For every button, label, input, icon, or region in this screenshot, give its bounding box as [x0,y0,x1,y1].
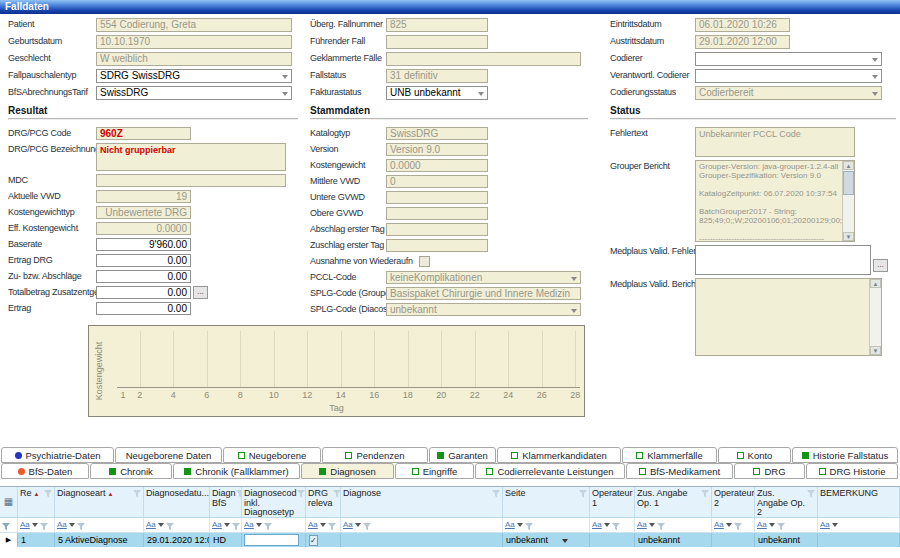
clear-filter-icon[interactable] [363,518,371,532]
fakturastatus-combo[interactable]: UNB unbekannt [386,86,488,100]
column-header-zus_angabe_op2[interactable]: Zus. Angabe Op. 2 [755,487,818,517]
filter-caret-icon[interactable] [158,523,164,527]
column-header-zus_angabe_op1[interactable]: Zus. Angabe Op. 1 [635,487,712,517]
scroll-up-icon[interactable]: ▲ [843,161,854,170]
scrollbar[interactable]: ▲▼ [842,161,854,241]
sort-ascending-icon[interactable]: ▲ [106,488,115,498]
column-header-diagnoseart[interactable]: Diagnoseart▲ [55,487,144,517]
cell-drg_relevant[interactable]: ✓ [306,533,341,547]
autofilter-aa-icon[interactable]: Aa [757,520,767,530]
filter-cell-bemerkung[interactable]: Aa [818,518,900,532]
filter-caret-icon[interactable] [726,523,732,527]
column-header-diagnosedatum[interactable]: Diagnosedatu... [144,487,210,517]
scroll-up-icon[interactable]: ▲ [870,279,881,288]
fallpauschalentyp-combo[interactable]: SDRG SwissDRG [96,69,292,83]
clear-filter-icon[interactable] [264,518,272,532]
cell-zus_angabe_op2[interactable]: unbekannt [755,533,818,547]
cell-dropdown-caret-icon[interactable] [562,539,568,543]
cell-diagnosedatum[interactable]: 29.01.2020 12:00 [144,533,210,547]
column-filter-icon[interactable] [701,488,709,500]
cell-seite[interactable]: unbekannt [503,533,590,547]
column-filter-icon[interactable] [492,488,500,500]
clear-filter-icon[interactable] [525,518,533,532]
clear-filter-icon[interactable] [777,518,785,532]
autofilter-aa-icon[interactable]: Aa [505,520,515,530]
filter-cell-drg_relevant[interactable]: Aa [306,518,341,532]
column-filter-icon[interactable] [333,488,341,500]
tab-neugeborene[interactable]: Neugeborene [223,447,321,463]
cell-diagnoseart[interactable]: 5 AktiveDiagnose [55,533,144,547]
cell-zus_angabe_op1[interactable]: unbekannt [635,533,712,547]
column-header-bemerkung[interactable]: BEMERKUNG [818,487,900,517]
tab-diagnosen[interactable]: Diagnosen [301,463,394,479]
column-filter-icon[interactable] [807,488,815,500]
add-filter-icon[interactable] [2,518,10,532]
clear-filter-icon[interactable] [734,518,742,532]
column-filter-icon[interactable] [579,488,587,500]
scrollbar[interactable]: ▲▼ [869,279,881,355]
filter-cell-operateur1[interactable]: Aa [590,518,635,532]
tab-chronik-fallklammer[interactable]: Chronik (Fallklammer) [173,463,300,479]
cell-diagnose[interactable] [341,533,503,547]
sort-ascending-icon[interactable]: ▲ [32,488,41,498]
filter-cell-diagnose[interactable]: Aa [341,518,503,532]
column-header-operateur1[interactable]: Operateur 1 [590,487,635,517]
filter-cell-diagnosedatum[interactable]: Aa [144,518,210,532]
filter-caret-icon[interactable] [256,523,262,527]
clear-filter-icon[interactable] [166,518,174,532]
cell-operateur2[interactable] [712,533,755,547]
filter-caret-icon[interactable] [517,523,523,527]
column-header-drg_relevant[interactable]: DRG releva [306,487,341,517]
scroll-down-icon[interactable]: ▼ [843,232,854,241]
filter-cell-zus_angabe_op1[interactable]: Aa [635,518,712,532]
autofilter-aa-icon[interactable]: Aa [212,520,222,530]
filter-cell-re[interactable]: Aa [18,518,55,532]
column-header-diagnose[interactable]: Diagnose [341,487,503,517]
autofilter-aa-icon[interactable]: Aa [57,520,67,530]
customize-columns-icon[interactable]: ▦ [2,488,15,516]
drg-relevant-checkbox[interactable]: ✓ [309,535,318,546]
tab-klammerkandidaten[interactable]: Klammerkandidaten [497,447,621,463]
cell-operateur1[interactable] [590,533,635,547]
filter-cell-operateur2[interactable]: Aa [712,518,755,532]
column-filter-icon[interactable] [44,488,52,500]
baserate-field[interactable]: 9'960.00 [96,238,191,251]
totalbetrag-zusatzentgelte-ellipsis-button[interactable]: ... [193,286,208,299]
autofilter-aa-icon[interactable]: Aa [820,520,830,530]
autofilter-aa-icon[interactable]: Aa [20,520,30,530]
ertrag-field[interactable]: 0.00 [96,302,191,315]
autofilter-aa-icon[interactable]: Aa [308,520,318,530]
ertrag-drg-field[interactable]: 0.00 [96,254,191,267]
filter-cell-diagnoseart[interactable]: Aa [55,518,144,532]
clear-filter-icon[interactable] [328,518,336,532]
clear-filter-icon[interactable] [40,518,48,532]
autofilter-aa-icon[interactable]: Aa [146,520,156,530]
tab-garanten[interactable]: Garanten [429,447,496,463]
tab-bfs-medikament[interactable]: BfS-Medikament [626,463,733,479]
tab-historie-fallstatus[interactable]: Historie Fallstatus [792,447,898,463]
autofilter-aa-icon[interactable]: Aa [343,520,353,530]
tab-neugeborene-daten[interactable]: Neugeborene Daten [115,447,222,463]
filter-caret-icon[interactable] [769,523,775,527]
bfs-abrechnungs-tarif-combo[interactable]: SwissDRG [96,86,292,100]
cell-bemerkung[interactable] [818,533,900,547]
filter-caret-icon[interactable] [604,523,610,527]
clear-filter-icon[interactable] [612,518,620,532]
verantwortl-codierer-combo[interactable] [695,69,882,83]
column-header-operateur2[interactable]: Operateur 2 [712,487,755,517]
tab-psychiatrie-daten[interactable]: Psychiatrie-Daten [1,447,114,463]
filter-cell-zus_angabe_op2[interactable]: Aa [755,518,818,532]
column-header-re[interactable]: Re▲ [18,487,55,517]
tab-klammerfalle[interactable]: Klammerfälle [622,447,717,463]
column-header-diagnosecode[interactable]: Diagnosecod inkl. Diagnosetyp [242,487,306,517]
tab-chronik[interactable]: Chronik [90,463,172,479]
clear-filter-icon[interactable] [77,518,85,532]
column-header-diagn_bfs[interactable]: Diagn BfS [210,487,242,517]
filter-caret-icon[interactable] [832,523,838,527]
filter-cell-seite[interactable]: Aa [503,518,590,532]
zu-bzw-abschlaege-field[interactable]: 0.00 [96,270,191,283]
column-filter-icon[interactable] [297,488,305,500]
autofilter-aa-icon[interactable]: Aa [592,520,602,530]
filter-caret-icon[interactable] [69,523,75,527]
clear-filter-icon[interactable] [232,518,240,532]
